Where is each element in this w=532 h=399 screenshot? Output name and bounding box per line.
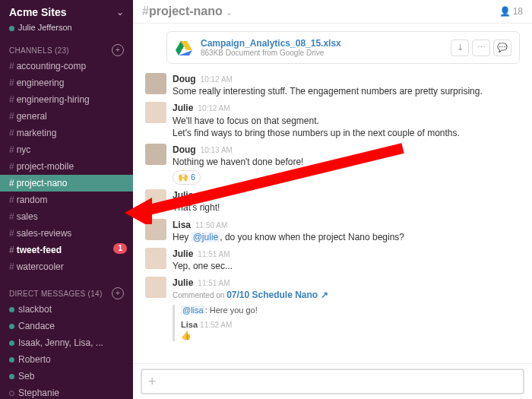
presence-dot-icon bbox=[9, 357, 14, 363]
sidebar-dm[interactable]: Candace bbox=[0, 318, 133, 334]
message-user[interactable]: Julie bbox=[173, 102, 193, 114]
hash-icon: # bbox=[9, 94, 14, 105]
sidebar-dm[interactable]: Roberto bbox=[0, 351, 133, 368]
plus-icon[interactable]: + bbox=[148, 374, 157, 390]
workspace-name: Acme Sites bbox=[9, 6, 66, 18]
presence-dot-icon bbox=[9, 340, 14, 346]
sidebar-channel-marketing[interactable]: #marketing bbox=[0, 125, 133, 141]
presence-dot-icon bbox=[9, 391, 14, 396]
message-user[interactable]: Julie bbox=[173, 189, 193, 201]
download-icon[interactable]: ⤓ bbox=[451, 40, 469, 56]
hash-icon: # bbox=[9, 228, 14, 239]
current-user[interactable]: Julie Jefferson bbox=[0, 23, 133, 40]
avatar[interactable] bbox=[145, 277, 166, 298]
google-drive-icon bbox=[175, 39, 193, 57]
avatar[interactable] bbox=[145, 189, 166, 211]
message-time: 10:12 AM bbox=[201, 74, 233, 85]
sidebar-channel-tweet-feed[interactable]: #tweet-feed1 bbox=[0, 242, 133, 258]
message: Doug10:12 AMSome really interesting stuf… bbox=[145, 73, 520, 97]
current-user-name: Julie Jefferson bbox=[18, 23, 72, 32]
message: Julie10:12 AMWe'll have to focus on that… bbox=[145, 102, 520, 139]
sidebar-channel-project-nano[interactable]: #project-nano bbox=[0, 175, 133, 192]
avatar[interactable] bbox=[145, 144, 166, 165]
chevron-down-icon: ⌄ bbox=[226, 8, 233, 17]
hash-icon: # bbox=[9, 261, 14, 272]
workspace-header[interactable]: Acme Sites ⌄ bbox=[0, 0, 133, 23]
sidebar-dm[interactable]: Isaak, Jenny, Lisa, ... bbox=[0, 334, 133, 351]
sidebar-channel-random[interactable]: #random bbox=[0, 192, 133, 208]
sidebar-channel-nyc[interactable]: #nyc bbox=[0, 141, 133, 158]
sidebar-dm[interactable]: slackbot bbox=[0, 301, 133, 318]
message: Doug10:13 AMNothing we haven't done befo… bbox=[145, 144, 520, 185]
avatar[interactable] bbox=[145, 102, 166, 123]
hash-icon: # bbox=[9, 144, 14, 155]
message-time: 11:51 AM bbox=[198, 278, 230, 289]
unread-badge: 1 bbox=[113, 243, 127, 254]
message-time: 11:50 AM bbox=[195, 220, 227, 231]
channel-header: #project-nano ⌄ 👤18 bbox=[133, 0, 532, 24]
hash-icon: # bbox=[9, 128, 14, 138]
mention[interactable]: @julie bbox=[192, 232, 220, 242]
more-icon[interactable]: ⋯ bbox=[472, 40, 490, 56]
hash-icon: # bbox=[9, 78, 14, 88]
presence-dot-icon bbox=[9, 26, 14, 31]
sidebar-dm[interactable]: Stephanie bbox=[0, 385, 133, 399]
add-dm-icon[interactable]: + bbox=[112, 287, 124, 299]
sidebar-channel-general[interactable]: #general bbox=[0, 108, 133, 125]
hash-icon: # bbox=[9, 245, 14, 255]
sidebar: Acme Sites ⌄ Julie Jefferson CHANNELS (2… bbox=[0, 0, 133, 399]
message: Lisa11:50 AMHey @julie, do you know when… bbox=[145, 219, 520, 243]
main-pane: #project-nano ⌄ 👤18 Campaign_Analytics_0… bbox=[133, 0, 532, 399]
message-user[interactable]: Doug bbox=[173, 144, 196, 156]
reaction[interactable]: 🙌 6 bbox=[173, 170, 201, 185]
dms-label: DIRECT MESSAGES bbox=[9, 290, 85, 298]
channel-title[interactable]: #project-nano ⌄ bbox=[142, 5, 233, 18]
member-count[interactable]: 👤18 bbox=[499, 6, 523, 17]
dms-header: DIRECT MESSAGES (14) + bbox=[0, 283, 133, 301]
message-body: That's right! bbox=[173, 201, 520, 214]
comment-link[interactable]: 07/10 Schedule Nano ↗ bbox=[226, 290, 328, 300]
presence-dot-icon bbox=[9, 374, 14, 379]
hash-icon: # bbox=[9, 161, 14, 172]
user-icon: 👤 bbox=[499, 6, 511, 17]
message-body: Some really interesting stuff. The engag… bbox=[173, 85, 520, 97]
message-user[interactable]: Lisa bbox=[173, 219, 191, 231]
message-body: Yep, one sec... bbox=[173, 260, 520, 272]
sidebar-channel-sales[interactable]: #sales bbox=[0, 208, 133, 225]
sidebar-channel-watercooler[interactable]: #watercooler bbox=[0, 258, 133, 275]
avatar[interactable] bbox=[145, 219, 166, 240]
channels-header: CHANNELS (23) + bbox=[0, 40, 133, 58]
file-attachment[interactable]: Campaign_Analytics_08_15.xlsx 863KB Docu… bbox=[166, 31, 520, 64]
message-time: 11:51 AM bbox=[198, 249, 230, 260]
message-body: Hey @julie, do you know when the project… bbox=[173, 231, 520, 243]
add-channel-icon[interactable]: + bbox=[112, 44, 124, 56]
hash-icon: # bbox=[9, 195, 14, 205]
message: JulieThat's right! bbox=[145, 189, 520, 214]
presence-dot-icon bbox=[9, 307, 14, 312]
message-user[interactable]: Doug bbox=[173, 73, 196, 85]
avatar[interactable] bbox=[145, 248, 166, 269]
message-body: Commented on 07/10 Schedule Nano ↗@lisa:… bbox=[173, 289, 520, 341]
channels-count: (23) bbox=[55, 46, 69, 55]
message-input-row: + bbox=[133, 363, 532, 399]
dms-count: (14) bbox=[88, 290, 103, 298]
mention[interactable]: @lisa bbox=[181, 306, 205, 315]
message-list: Doug10:12 AMSome really interesting stuf… bbox=[133, 68, 532, 363]
message-user[interactable]: Julie bbox=[173, 248, 193, 260]
sidebar-channel-engineering-hiring[interactable]: #engineering-hiring bbox=[0, 91, 133, 108]
message-user[interactable]: Julie bbox=[173, 277, 193, 289]
comment-icon[interactable]: 💬 bbox=[493, 40, 511, 56]
hash-icon: # bbox=[9, 178, 14, 188]
channel-name: project-nano bbox=[149, 5, 223, 17]
presence-dot-icon bbox=[9, 324, 14, 329]
file-name: Campaign_Analytics_08_15.xlsx bbox=[201, 38, 341, 49]
sidebar-dm[interactable]: Seb bbox=[0, 368, 133, 385]
sidebar-channel-project-mobile[interactable]: #project-mobile bbox=[0, 158, 133, 175]
sidebar-channel-sales-reviews[interactable]: #sales-reviews bbox=[0, 225, 133, 242]
sidebar-channel-engineering[interactable]: #engineering bbox=[0, 74, 133, 91]
avatar[interactable] bbox=[145, 73, 166, 94]
channels-label: CHANNELS bbox=[9, 46, 52, 55]
sidebar-channel-accounting-comp[interactable]: #accounting-comp bbox=[0, 58, 133, 74]
message-body: Nothing we haven't done before!🙌 6 bbox=[173, 156, 520, 185]
message-input[interactable]: + bbox=[141, 369, 524, 394]
